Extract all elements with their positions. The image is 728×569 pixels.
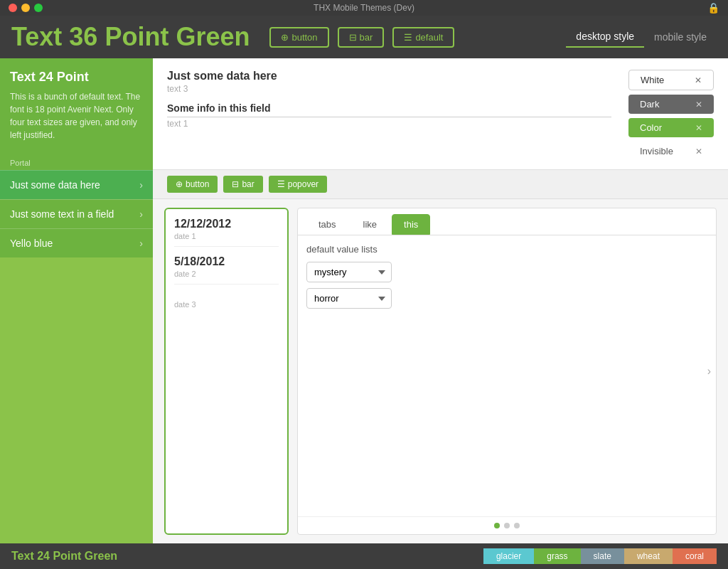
dot-3 — [514, 523, 520, 528]
chip-glacier[interactable]: glacier — [483, 548, 534, 564]
swatch-invisible[interactable]: Invisible ✕ — [628, 142, 714, 161]
date-entry-2: 5/18/2012 date 2 — [174, 255, 279, 284]
sidebar-item-label-0: Just some data here — [10, 179, 100, 191]
panel-chevron-right-icon[interactable]: › — [707, 365, 711, 378]
window-controls — [9, 4, 43, 12]
style-tabs: desktop style mobile style — [566, 26, 717, 48]
swatch-dark[interactable]: Dark ✕ — [628, 95, 714, 114]
plus-icon: ⊕ — [281, 32, 289, 43]
middle-toolbar: ⊕ button ⊟ bar ☰ popover — [153, 170, 728, 199]
content-area: Just some data here text 3 Some info in … — [153, 58, 728, 543]
toolbar-popover-btn[interactable]: ☰ popover — [269, 176, 327, 193]
date3-sub: date 3 — [174, 300, 279, 309]
bar-icon: ⊟ — [349, 32, 357, 43]
swatch-white-x: ✕ — [695, 75, 702, 85]
right-panel: tabs like this default value lists myste… — [297, 208, 717, 535]
swatch-invisible-x: ✕ — [695, 147, 702, 156]
field-group-1: Just some data here text 3 — [167, 70, 611, 94]
tab-desktop-style[interactable]: desktop style — [566, 26, 644, 48]
sidebar-item-1[interactable]: Just some text in a field › — [0, 199, 153, 228]
header-bar: Text 36 Point Green ⊕ button ⊟ bar ☰ def… — [0, 16, 728, 58]
tab-tabs[interactable]: tabs — [306, 214, 348, 235]
date2-value: 5/18/2012 — [174, 255, 279, 268]
date-entry-1: 12/12/2012 date 1 — [174, 218, 279, 247]
sidebar-heading: Text 24 Point — [10, 70, 143, 85]
chip-coral[interactable]: coral — [673, 548, 717, 564]
footer-bar: Text 24 Point Green glacier grass slate … — [0, 543, 728, 569]
title-bar: THX Mobile Themes (Dev) 🔒 — [0, 0, 728, 16]
tab-like[interactable]: like — [351, 214, 390, 235]
app-title: Text 36 Point Green — [11, 22, 250, 52]
date1-value: 12/12/2012 — [174, 218, 279, 230]
minimize-button[interactable] — [21, 4, 30, 12]
swatch-color-label: Color — [640, 122, 662, 133]
sidebar-item-label-1: Just some text in a field — [10, 208, 114, 220]
chip-grass[interactable]: grass — [534, 548, 580, 564]
main-layout: Text 24 Point This is a bunch of default… — [0, 58, 728, 543]
left-card-panel: 12/12/2012 date 1 5/18/2012 date 2 date … — [164, 208, 289, 535]
header-default-btn[interactable]: ☰ default — [392, 27, 454, 48]
header-bar-btn[interactable]: ⊟ bar — [338, 27, 385, 48]
tab-content: default value lists mystery horror comed… — [298, 235, 716, 516]
style-swatches: White ✕ Dark ✕ Color ✕ Invisible ✕ — [628, 70, 714, 161]
swatch-color-x: ✕ — [695, 123, 702, 133]
field2-label: Some info in this field — [167, 102, 611, 117]
sidebar: Text 24 Point This is a bunch of default… — [0, 58, 153, 543]
chevron-right-icon-1: › — [139, 208, 143, 220]
dot-1 — [494, 523, 500, 528]
maximize-button[interactable] — [34, 4, 43, 12]
pagination-dots — [298, 516, 716, 534]
right-panel-wrapper: tabs like this default value lists myste… — [297, 208, 717, 535]
toolbar-plus-icon: ⊕ — [176, 179, 183, 189]
date-entry-3: date 3 — [174, 293, 279, 309]
field1-sub: text 3 — [167, 84, 611, 94]
field1-label: Just some data here — [167, 70, 611, 83]
swatch-dark-label: Dark — [640, 99, 659, 110]
toolbar-menu-icon: ☰ — [277, 179, 285, 189]
field-group-2: Some info in this field text 1 — [167, 102, 611, 129]
swatch-white[interactable]: White ✕ — [628, 70, 714, 90]
header-button-btn[interactable]: ⊕ button — [269, 27, 328, 48]
sidebar-item-2[interactable]: Yello blue › — [0, 228, 153, 257]
toolbar-button-btn[interactable]: ⊕ button — [167, 176, 218, 193]
swatch-white-label: White — [641, 75, 664, 85]
tabs-bar: tabs like this — [298, 208, 716, 235]
chevron-right-icon-2: › — [139, 238, 143, 249]
section-label: default value lists — [306, 244, 707, 255]
chip-slate[interactable]: slate — [581, 548, 624, 564]
close-button[interactable] — [9, 4, 17, 12]
sidebar-item-0[interactable]: Just some data here › — [0, 170, 153, 199]
swatch-dark-x: ✕ — [695, 100, 702, 110]
field2-sub: text 1 — [167, 119, 611, 129]
select-mystery[interactable]: mystery horror comedy — [306, 262, 392, 282]
date1-sub: date 1 — [174, 232, 279, 240]
toolbar-bar-icon: ⊟ — [232, 179, 239, 189]
chevron-right-icon-0: › — [139, 179, 143, 191]
date2-sub: date 2 — [174, 270, 279, 278]
swatch-color[interactable]: Color ✕ — [628, 118, 714, 137]
sidebar-top: Text 24 Point This is a bunch of default… — [0, 58, 153, 153]
dot-2 — [504, 523, 510, 528]
tab-mobile-style[interactable]: mobile style — [644, 27, 717, 47]
content-fields: Just some data here text 3 Some info in … — [167, 70, 611, 137]
color-chips: glacier grass slate wheat coral — [483, 548, 717, 564]
select-row-2: horror mystery comedy — [306, 288, 707, 309]
content-top: Just some data here text 3 Some info in … — [153, 58, 728, 170]
select-row-1: mystery horror comedy — [306, 262, 707, 282]
select-horror[interactable]: horror mystery comedy — [306, 288, 392, 309]
sidebar-section-label: Portal — [0, 153, 153, 170]
window-title: THX Mobile Themes (Dev) — [314, 3, 414, 13]
tab-this[interactable]: this — [392, 214, 430, 235]
content-panels: 12/12/2012 date 1 5/18/2012 date 2 date … — [153, 199, 728, 543]
chip-wheat[interactable]: wheat — [624, 548, 673, 564]
sidebar-item-label-2: Yello blue — [10, 238, 53, 249]
sidebar-empty — [0, 257, 153, 543]
menu-icon: ☰ — [404, 32, 412, 43]
swatch-invisible-label: Invisible — [640, 146, 673, 156]
sidebar-body-text: This is a bunch of default text. The fon… — [10, 90, 143, 142]
lock-icon: 🔒 — [707, 2, 719, 14]
footer-title: Text 24 Point Green — [11, 550, 483, 563]
toolbar-bar-btn[interactable]: ⊟ bar — [223, 176, 262, 193]
